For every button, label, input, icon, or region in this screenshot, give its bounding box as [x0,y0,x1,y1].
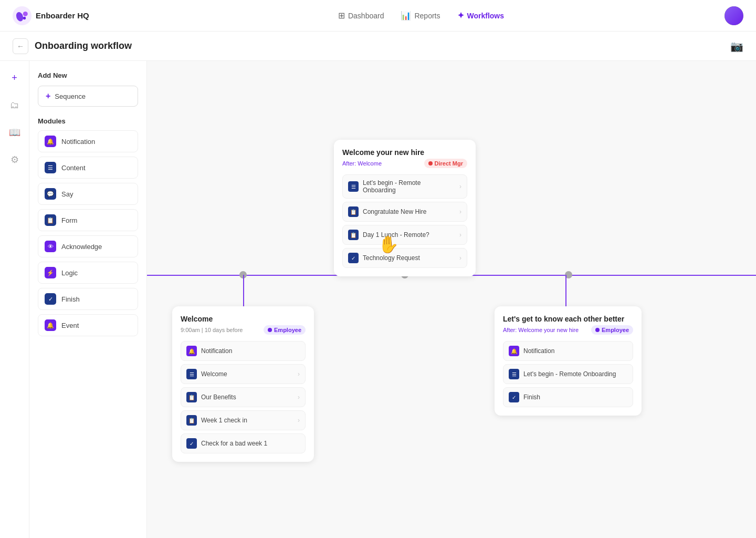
card-welcome[interactable]: Welcome 9:00am | 10 days before Employee… [172,306,314,462]
reports-icon: 📊 [401,11,411,20]
content-icon-w1: ☰ [186,369,197,379]
item-text-r2: Finish [523,394,627,401]
notif-icon-r0: 🔔 [509,346,519,356]
acknowledge-module-icon: 👁 [45,241,56,252]
card-welcome-title: Welcome [181,315,306,323]
chevron-icon-w2: › [298,394,300,401]
card-right-badge: Employee [591,325,633,335]
card-main-item-0[interactable]: ☰ Let's begin - Remote Onboarding › [342,174,467,199]
module-logic-label: Logic [61,269,78,277]
content-module-icon: ☰ [45,162,56,173]
module-notification[interactable]: 🔔 Notification [38,130,138,152]
content-icon: ☰ [348,181,359,192]
nav-reports[interactable]: 📊 Reports [401,11,440,20]
chevron-icon-w1: › [298,370,300,378]
item-text-w3: Week 1 check in [201,417,293,424]
avatar[interactable] [724,6,743,25]
card-main-item-1[interactable]: 📋 Congratulate New Hire › [342,202,467,222]
item-text-r1: Let's begin - Remote Onboarding [523,370,627,378]
card-main-badge: Direct Mgr [424,159,467,168]
module-form-label: Form [61,216,77,224]
card-right-title: Let's get to know each other better [503,315,633,323]
module-finish[interactable]: ✓ Finish [38,288,138,310]
sidebar-icon-folder[interactable]: 🗂 [6,97,23,113]
subheader: ← Onboarding workflow 📷 [0,32,756,61]
check-icon-w4: ✓ [186,438,197,449]
sidebar-icons: + 🗂 📖 ⚙ [0,61,29,538]
form-icon-w2: 📋 [186,392,197,402]
nav-dashboard[interactable]: ⊞ Dashboard [338,11,384,20]
check-icon-r2: ✓ [509,392,519,402]
module-notification-label: Notification [61,138,95,146]
card-welcome-item-3[interactable]: 📋 Week 1 check in › [181,410,306,430]
logic-module-icon: ⚡ [45,267,56,278]
chevron-icon-1: › [459,208,461,215]
card-welcome-item-0[interactable]: 🔔 Notification [181,341,306,361]
workflows-icon: ✦ [457,11,464,20]
module-content[interactable]: ☰ Content [38,157,138,179]
card-right-item-1[interactable]: ☰ Let's begin - Remote Onboarding [503,364,633,384]
card-welcome-item-2[interactable]: 📋 Our Benefits › [181,387,306,407]
card-welcome-meta: 9:00am | 10 days before Employee [181,325,306,335]
module-acknowledge-label: Acknowledge [61,243,102,251]
module-acknowledge[interactable]: 👁 Acknowledge [38,235,138,257]
plus-icon: + [46,91,50,101]
card-welcome-item-4[interactable]: ✓ Check for a bad week 1 [181,433,306,453]
top-nav: Enboarder HQ ⊞ Dashboard 📊 Reports ✦ Wor… [0,0,756,32]
nav-links: ⊞ Dashboard 📊 Reports ✦ Workflows [118,11,724,20]
badge-circle-icon [428,161,433,165]
form-icon-w3: 📋 [186,415,197,426]
canvas[interactable]: Welcome your new hire After: Welcome Dir… [147,61,756,538]
notification-module-icon: 🔔 [45,136,56,147]
say-module-icon: 💬 [45,188,56,200]
module-say[interactable]: 💬 Say [38,183,138,205]
app-name: Enboarder HQ [36,11,89,20]
item-text-w0: Notification [201,347,300,355]
modules-label: Modules [38,117,138,125]
notif-icon-w0: 🔔 [186,346,197,356]
card-main-item-3[interactable]: ✓ Technology Request › [342,248,467,268]
dashboard-icon: ⊞ [338,11,345,20]
nav-workflows[interactable]: ✦ Workflows [457,11,505,20]
chevron-icon-0: › [459,183,461,190]
form-icon-2: 📋 [348,230,359,240]
chevron-icon-3: › [459,254,461,262]
svg-point-2 [23,11,28,16]
card-right-item-2[interactable]: ✓ Finish [503,387,633,407]
card-main-title: Welcome your new hire [342,148,467,157]
module-content-label: Content [61,164,86,172]
camera-button[interactable]: 📷 [730,40,743,53]
module-logic[interactable]: ⚡ Logic [38,262,138,284]
sidebar-panel: Add New + Sequence Modules 🔔 Notificatio… [29,61,147,538]
sidebar-icon-plus[interactable]: + [6,69,23,86]
card-right-meta: After: Welcome your new hire Employee [503,325,633,335]
card-main-after: After: Welcome [342,160,382,167]
card-right-item-0[interactable]: 🔔 Notification [503,341,633,361]
page-title: Onboarding workflow [35,40,730,51]
item-text-1: Congratulate New Hire [363,208,455,215]
sidebar-icon-settings[interactable]: ⚙ [6,151,23,168]
svg-point-3 [23,16,26,19]
module-say-label: Say [61,190,73,198]
card-right-after: After: Welcome your new hire [503,327,579,333]
badge-employee-circle [268,328,272,332]
main-layout: + 🗂 📖 ⚙ Add New + Sequence Modules 🔔 Not… [0,61,756,538]
badge-right-circle [595,328,600,332]
card-main-item-2[interactable]: 📋 Day 1 Lunch - Remote? › [342,225,467,245]
item-text-r0: Notification [523,347,627,355]
sidebar-icon-book[interactable]: 📖 [6,124,23,141]
back-arrow-icon: ← [17,42,24,50]
back-button[interactable]: ← [13,38,28,54]
logo: Enboarder HQ [13,6,118,25]
add-new-label: Add New [38,71,138,79]
form-icon-1: 📋 [348,206,359,217]
add-sequence-button[interactable]: + Sequence [38,86,138,107]
content-icon-r1: ☰ [509,369,519,379]
card-welcome-new-hire[interactable]: Welcome your new hire After: Welcome Dir… [334,140,476,276]
module-event[interactable]: 🔔 Event [38,314,138,336]
item-text-2: Day 1 Lunch - Remote? [363,231,455,239]
card-lets-get-to-know[interactable]: Let's get to know each other better Afte… [495,306,642,416]
module-form[interactable]: 📋 Form [38,209,138,231]
sequence-label: Sequence [55,92,86,100]
card-welcome-item-1[interactable]: ☰ Welcome › [181,364,306,384]
